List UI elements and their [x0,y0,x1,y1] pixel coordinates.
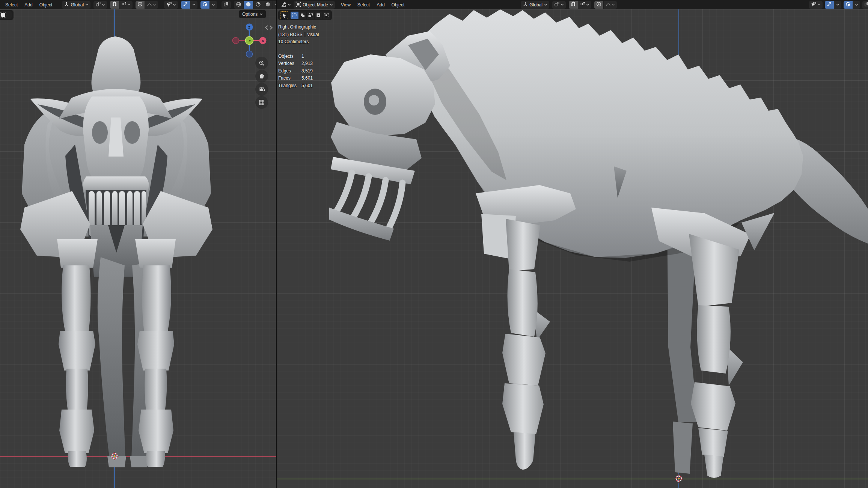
shading-material[interactable] [253,1,263,9]
collection-name: visual [307,31,319,39]
viewport-front: Select Add Object Global [0,0,276,488]
toolbar-remnant [0,10,14,20]
chevron-down-icon [102,3,105,6]
select-box-tool[interactable] [0,11,12,19]
select-mode-group [291,12,330,19]
stat-label: Edges [278,68,301,75]
gizmo-y-label: -Y [248,39,251,43]
separator-bar [305,32,305,37]
viewport-front-header: Select Add Object Global [0,0,276,9]
chevron-down-icon [836,3,839,6]
select-mode-extend[interactable] [298,12,306,19]
stat-label: Faces [278,75,301,82]
gizmos-dropdown[interactable] [190,1,197,9]
select-mode-subtract[interactable] [306,12,314,19]
snapping-group [569,1,591,9]
stat-label: Vertices [278,60,301,68]
chevron-down-icon [561,3,564,6]
snapping-group [110,1,133,9]
shading-solid[interactable] [243,1,253,9]
viewport-front-canvas[interactable]: Options Z X -Y [0,9,276,488]
overlays-dropdown[interactable] [209,1,217,9]
shading-dropdown[interactable] [273,1,276,9]
mode-label: Object Mode [302,2,329,8]
view-navigation-gizmo[interactable]: Z X -Y [231,23,267,60]
transform-orientation-dropdown[interactable]: Global [62,1,90,9]
pivot-point-dropdown[interactable] [552,1,566,9]
xray-toggle[interactable] [862,1,868,9]
chevron-down-icon [612,3,615,6]
editor-type-dropdown[interactable] [279,1,293,9]
proportional-editing-group [594,1,617,9]
material-sphere-icon [255,2,261,8]
chevron-down-icon [173,3,176,6]
chevron-down-icon [85,3,89,6]
menu-view[interactable]: View [338,1,354,9]
snap-toggle[interactable] [569,1,578,9]
menu-select[interactable]: Select [2,1,21,9]
pivot-point-dropdown[interactable] [93,1,107,9]
menu-add[interactable]: Add [21,1,35,9]
chevron-down-icon [212,3,215,6]
snap-settings-dropdown[interactable] [119,1,133,9]
menu-object[interactable]: Object [36,1,56,9]
camera-view-button[interactable] [255,83,268,96]
model-front-view[interactable] [15,32,218,467]
gizmos-dropdown[interactable] [834,1,841,9]
orientation-icon [523,2,528,8]
show-gizmo-dropdown[interactable] [809,1,823,9]
chevron-down-icon [544,3,547,6]
snap-settings-dropdown[interactable] [578,1,591,9]
tweak-tool-button[interactable] [280,11,288,19]
active-object-info: (131) BOSS [278,31,303,39]
menu-add[interactable]: Add [374,1,387,9]
overlays-toggle[interactable] [844,1,853,9]
chevron-down-icon [330,3,333,6]
viewport-right-canvas[interactable]: Right Orthographic (131) BOSS visual 10 … [277,9,868,488]
gizmo-z-label: Z [248,25,250,29]
select-mode-new[interactable] [291,12,298,19]
menu-select[interactable]: Select [354,1,373,9]
overlays-dropdown[interactable] [853,1,860,9]
select-mode-invert[interactable] [314,12,322,19]
overlays-toggle[interactable] [200,1,209,9]
proportional-editing-toggle[interactable] [136,1,145,9]
show-gizmo-dropdown[interactable] [164,1,178,9]
stat-value: 1 [301,53,304,60]
falloff-curve-icon [147,2,152,8]
xray-icon [864,2,868,8]
chevron-down-icon [586,3,589,6]
xray-icon [223,2,229,8]
overlays-sphere-icon [202,2,208,8]
mode-dropdown[interactable]: Object Mode [294,1,335,9]
options-dropdown[interactable]: Options [239,10,266,18]
solid-sphere-icon [246,2,251,8]
transform-orientation-dropdown[interactable]: Global [521,1,549,9]
chevron-down-icon [259,13,263,15]
pan-view-button[interactable] [255,70,268,83]
zoom-view-button[interactable] [255,57,268,69]
viewport-info-overlay: Right Orthographic (131) BOSS visual 10 … [278,24,319,89]
shading-rendered[interactable] [263,1,273,9]
chevron-down-icon [153,3,156,6]
menu-object[interactable]: Object [389,1,408,9]
snap-toggle[interactable] [110,1,119,9]
overlays-sphere-icon [845,2,851,8]
shading-wireframe[interactable] [234,1,243,9]
model-side-view[interactable] [329,9,868,486]
proportional-falloff-dropdown[interactable] [603,1,617,9]
magnet-icon [112,2,117,8]
gizmos-toggle[interactable] [181,1,190,9]
gizmos-toggle[interactable] [825,1,834,9]
proportional-falloff-dropdown[interactable] [145,1,158,9]
xray-toggle[interactable] [222,1,231,9]
select-mode-intersect[interactable] [322,12,330,19]
overlays-toggle-group [200,1,217,9]
scene-statistics: Objects1 Vertices2,913 Edges8,519 Faces5… [278,53,319,90]
proportional-editing-group [136,1,158,9]
proportional-editing-toggle[interactable] [594,1,603,9]
stat-label: Triangles [278,82,301,90]
viewport-right-header: Object Mode View Select Add Object Globa… [277,0,868,9]
ortho-toggle-button[interactable] [255,96,268,109]
gizmo-x-label: X [262,39,264,43]
